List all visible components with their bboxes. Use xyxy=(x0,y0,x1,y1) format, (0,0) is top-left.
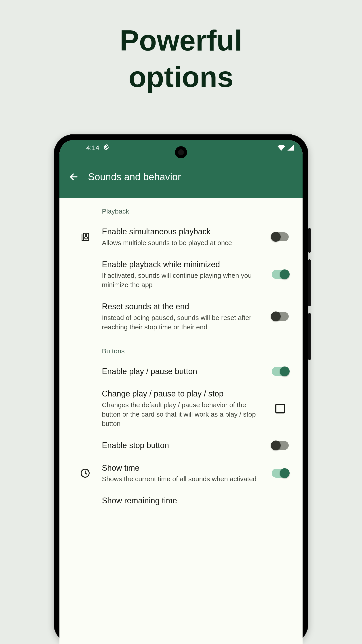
section-header-playback: Playback xyxy=(59,198,303,220)
setting-title: Enable simultaneous playback xyxy=(102,226,262,237)
camera-notch xyxy=(175,146,187,158)
signal-icon xyxy=(287,145,294,151)
promo-headline: Powerful options xyxy=(0,0,362,95)
setting-stop-button[interactable]: Enable stop button xyxy=(59,434,303,457)
switch-reset-end[interactable] xyxy=(272,312,289,321)
setting-title: Enable play / pause button xyxy=(102,366,262,377)
phone-side-button xyxy=(308,313,311,360)
phone-mockup: 4:14 xyxy=(54,134,308,644)
switch-stop-button[interactable] xyxy=(272,441,289,450)
setting-subtitle: If activated, sounds will continue playi… xyxy=(102,271,262,290)
setting-title: Reset sounds at the end xyxy=(102,301,262,312)
setting-change-play-stop[interactable]: Change play / pause to play / stop Chang… xyxy=(59,382,303,434)
svg-point-4 xyxy=(86,234,86,236)
page-title: Sounds and behavior xyxy=(88,171,181,182)
setting-show-remaining-time[interactable]: Show remaining time xyxy=(59,490,303,512)
setting-subtitle: Changes the default play / pause behavio… xyxy=(102,400,262,428)
setting-title: Show remaining time xyxy=(102,495,262,506)
setting-simultaneous-playback[interactable]: Enable simultaneous playback Allows mult… xyxy=(59,220,303,253)
setting-playback-minimized[interactable]: Enable playback while minimized If activ… xyxy=(59,253,303,296)
settings-list[interactable]: Playback Ena xyxy=(59,198,303,512)
svg-point-3 xyxy=(85,236,87,239)
app-bar: Sounds and behavior xyxy=(59,156,303,198)
arrow-left-icon xyxy=(69,172,79,182)
setting-title: Change play / pause to play / stop xyxy=(102,388,262,399)
setting-title: Show time xyxy=(102,463,262,474)
svg-point-0 xyxy=(105,146,107,148)
speaker-group-icon xyxy=(80,232,90,243)
clock-icon xyxy=(80,468,90,480)
setting-play-pause-button[interactable]: Enable play / pause button xyxy=(59,360,303,383)
phone-side-button xyxy=(308,228,311,253)
setting-show-time[interactable]: Show time Shows the current time of all … xyxy=(59,457,303,490)
switch-show-time[interactable] xyxy=(272,469,289,478)
switch-play-pause[interactable] xyxy=(272,367,289,376)
setting-reset-at-end[interactable]: Reset sounds at the end Instead of being… xyxy=(59,296,303,338)
phone-side-button xyxy=(308,260,311,306)
promo-line-2: options xyxy=(0,59,362,95)
back-button[interactable] xyxy=(68,172,79,182)
switch-minimized[interactable] xyxy=(272,270,289,279)
checkbox-play-stop[interactable] xyxy=(275,404,285,414)
setting-subtitle: Instead of being paused, sounds will be … xyxy=(102,313,262,332)
wifi-icon xyxy=(278,145,285,151)
setting-subtitle: Allows multiple sounds to be played at o… xyxy=(102,238,262,248)
switch-simultaneous[interactable] xyxy=(272,232,289,241)
status-time: 4:14 xyxy=(86,144,99,152)
setting-title: Enable stop button xyxy=(102,440,262,451)
setting-subtitle: Shows the current time of all sounds whe… xyxy=(102,474,262,484)
gear-icon xyxy=(103,144,109,152)
promo-line-1: Powerful xyxy=(0,22,362,59)
section-header-buttons: Buttons xyxy=(59,338,303,360)
setting-title: Enable playback while minimized xyxy=(102,259,262,270)
